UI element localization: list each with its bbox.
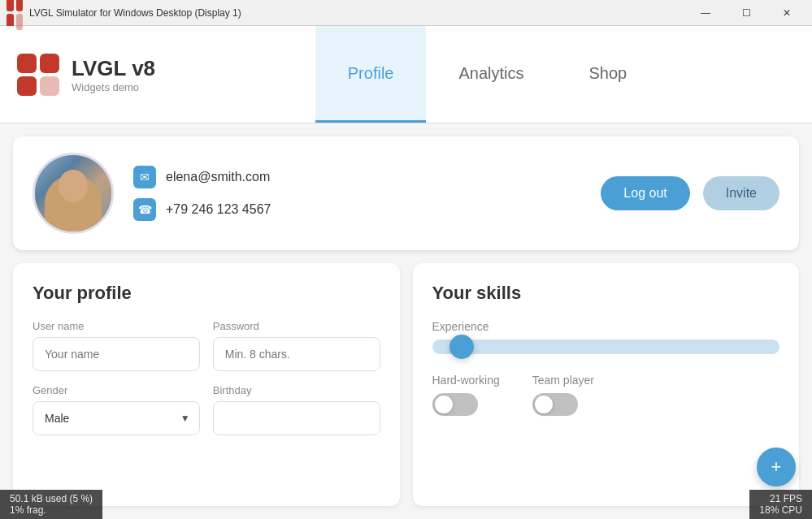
logout-button[interactable]: Log out (601, 176, 689, 210)
team-player-toggle[interactable] (532, 393, 578, 416)
toggles-row: Hard-working Team player (432, 374, 780, 416)
logo-area: LVGL v8 Widgets demo (16, 53, 179, 97)
invite-button[interactable]: Invite (703, 176, 779, 210)
action-buttons: Log out Invite (601, 176, 779, 210)
fps-status: 21 FPS (770, 493, 802, 504)
email-icon: ✉ (133, 166, 156, 188)
contact-info: ✉ elena@smith.com ☎ +79 246 123 4567 (133, 166, 581, 221)
fab-icon: + (771, 456, 782, 478)
experience-slider[interactable] (432, 340, 780, 354)
status-bar: 50.1 kB used (5 %) 1% frag. 21 FPS 18% C… (0, 490, 812, 519)
experience-label: Experience (432, 320, 780, 333)
app-container: LVGL v8 Widgets demo Profile Analytics S… (0, 26, 812, 519)
hardworking-group: Hard-working (432, 374, 500, 416)
profile-card-title: Your profile (33, 283, 380, 304)
status-right: 21 FPS 18% CPU (749, 490, 812, 519)
app-icon (7, 5, 23, 21)
header: LVGL v8 Widgets demo Profile Analytics S… (0, 26, 812, 123)
memory-status: 50.1 kB used (5 %) (10, 493, 93, 504)
gender-group: Gender Male Female Other ▼ (33, 384, 200, 435)
window-title: LVGL Simulator for Windows Desktop (Disp… (29, 7, 687, 19)
password-input[interactable] (213, 337, 380, 371)
window-controls: — ☐ ✕ (687, 0, 805, 26)
hardworking-toggle[interactable] (432, 393, 478, 416)
cpu-status: 18% CPU (759, 504, 802, 516)
phone-row: ☎ +79 246 123 4567 (133, 198, 581, 221)
gender-label: Gender (33, 384, 200, 396)
username-input[interactable] (33, 337, 200, 371)
slider-track (432, 340, 780, 354)
username-group: User name (33, 320, 200, 371)
logo-text: LVGL v8 Widgets demo (72, 56, 155, 93)
profile-card: Your profile User name Password Gender M… (13, 263, 400, 506)
password-label: Password (213, 320, 380, 332)
birthday-label: Birthday (213, 384, 380, 396)
tab-shop[interactable]: Shop (557, 26, 660, 123)
password-group: Password (213, 320, 380, 371)
team-player-label: Team player (532, 374, 594, 387)
birthday-input[interactable] (213, 401, 380, 435)
username-label: User name (33, 320, 200, 332)
close-button[interactable]: ✕ (768, 0, 805, 26)
email-text: elena@smith.com (166, 170, 270, 184)
app-subtitle: Widgets demo (72, 81, 155, 93)
hardworking-label: Hard-working (432, 374, 500, 387)
avatar (33, 153, 114, 234)
frag-status: 1% frag. (10, 504, 93, 516)
phone-text: +79 246 123 4567 (166, 202, 271, 217)
gender-select-wrapper: Male Female Other ▼ (33, 401, 200, 435)
app-title: LVGL v8 (72, 56, 155, 81)
title-bar: LVGL Simulator for Windows Desktop (Disp… (0, 0, 812, 26)
main-content: Your profile User name Password Gender M… (0, 250, 812, 519)
gender-select[interactable]: Male Female Other (33, 401, 200, 435)
status-left: 50.1 kB used (5 %) 1% frag. (0, 490, 102, 519)
team-player-group: Team player (532, 374, 594, 416)
email-row: ✉ elena@smith.com (133, 166, 581, 188)
tab-analytics[interactable]: Analytics (426, 26, 556, 123)
nav-tabs: Profile Analytics Shop (179, 26, 796, 123)
slider-handle[interactable] (449, 335, 474, 359)
maximize-button[interactable]: ☐ (727, 0, 765, 26)
profile-section: ✉ elena@smith.com ☎ +79 246 123 4567 Log… (13, 136, 799, 250)
phone-icon: ☎ (133, 198, 156, 221)
fab-button[interactable]: + (757, 448, 796, 487)
minimize-button[interactable]: — (687, 0, 724, 26)
skills-card-title: Your skills (432, 283, 780, 304)
form-row-2: Gender Male Female Other ▼ Birthday (33, 384, 380, 448)
logo-icon (16, 53, 60, 97)
skills-card: Your skills Experience Hard-working Team… (413, 263, 800, 506)
form-row-1: User name Password (33, 320, 380, 384)
tab-profile[interactable]: Profile (315, 26, 427, 123)
birthday-group: Birthday (213, 384, 380, 435)
avatar-image (35, 155, 111, 231)
